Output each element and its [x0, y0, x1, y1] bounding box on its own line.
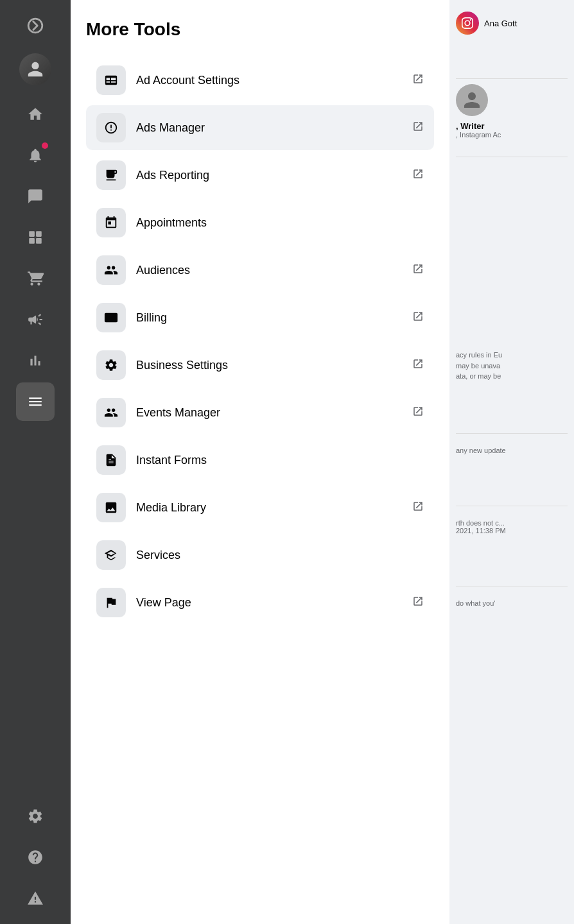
menu-item-label-view-page: View Page: [136, 596, 412, 610]
divider3: [456, 506, 568, 506]
sidebar-item-home[interactable]: [16, 95, 55, 133]
menu-item-view-page[interactable]: View Page: [86, 580, 434, 625]
sidebar-item-chat[interactable]: [16, 177, 55, 216]
audiences-icon: [96, 255, 126, 285]
external-link-icon-ad-account-settings: [412, 73, 424, 87]
menu-item-ads-reporting[interactable]: Ads Reporting: [86, 153, 434, 198]
menu-item-label-instant-forms: Instant Forms: [136, 454, 424, 467]
menu-item-billing[interactable]: Billing: [86, 295, 434, 340]
sidebar-item-settings[interactable]: [16, 797, 55, 835]
user-name: Ana Gott: [484, 19, 517, 28]
bg-writer-title: , Writer: [456, 121, 568, 131]
svg-rect-3: [29, 238, 35, 244]
external-link-icon-media-library: [412, 501, 424, 515]
sidebar-item-activity[interactable]: [16, 136, 55, 175]
sidebar-item-avatar[interactable]: [16, 50, 55, 89]
main-panel: More Tools Ad Account SettingsAds Manage…: [71, 0, 449, 924]
avatar: [19, 53, 51, 85]
menu-item-label-ads-reporting: Ads Reporting: [136, 169, 412, 182]
bg-insta-label: , Instagram Ac: [456, 131, 568, 139]
svg-rect-2: [36, 231, 42, 237]
panel-title: More Tools: [86, 19, 434, 40]
external-link-icon-ads-reporting: [412, 168, 424, 182]
external-link-icon-events-manager: [412, 406, 424, 420]
menu-item-ad-account-settings[interactable]: Ad Account Settings: [86, 58, 434, 103]
menu-item-label-ads-manager: Ads Manager: [136, 121, 412, 135]
external-link-icon-billing: [412, 311, 424, 325]
instagram-icon: [456, 12, 479, 35]
bg-footer2: do what you': [456, 599, 568, 607]
menu-item-instant-forms[interactable]: Instant Forms: [86, 438, 434, 483]
sidebar-item-collapse[interactable]: [16, 6, 55, 45]
sidebar-item-pages[interactable]: [16, 218, 55, 257]
ads-manager-icon: [96, 113, 126, 142]
menu-item-label-media-library: Media Library: [136, 501, 412, 515]
menu-item-label-events-manager: Events Manager: [136, 406, 412, 420]
divider2: [456, 433, 568, 434]
right-panel-content: Ana Gott , Writer , Instagram Ac acy rul…: [449, 0, 574, 924]
events-manager-icon: [96, 398, 126, 427]
menu-list: Ad Account SettingsAds ManagerAds Report…: [86, 58, 434, 625]
sidebar-item-menu[interactable]: [16, 382, 55, 421]
svg-point-0: [28, 19, 42, 33]
menu-item-services[interactable]: Services: [86, 533, 434, 578]
sidebar-item-help[interactable]: [16, 838, 55, 877]
external-link-icon-audiences: [412, 263, 424, 277]
divider4: [456, 586, 568, 586]
ads-reporting-icon: [96, 160, 126, 190]
view-page-icon: [96, 588, 126, 617]
external-link-icon-view-page: [412, 595, 424, 610]
menu-item-business-settings[interactable]: Business Settings: [86, 343, 434, 388]
menu-item-label-services: Services: [136, 549, 424, 562]
external-link-icon-business-settings: [412, 358, 424, 372]
menu-item-audiences[interactable]: Audiences: [86, 248, 434, 293]
appointments-icon: [96, 208, 126, 237]
sidebar: [0, 0, 71, 924]
menu-item-appointments[interactable]: Appointments: [86, 200, 434, 245]
divider1: [456, 157, 568, 157]
services-icon: [96, 540, 126, 570]
menu-item-media-library[interactable]: Media Library: [86, 485, 434, 530]
business-settings-icon: [96, 350, 126, 380]
instant-forms-icon: [96, 445, 126, 475]
bg-writer-section: , Writer , Instagram Ac: [456, 78, 568, 144]
sidebar-item-ads[interactable]: [16, 300, 55, 339]
bg-update-text: any new update: [456, 447, 568, 454]
bg-top-bar: Ana Gott: [456, 6, 568, 40]
menu-item-events-manager[interactable]: Events Manager: [86, 390, 434, 435]
ad-settings-icon: [96, 65, 126, 95]
media-library-icon: [96, 493, 126, 522]
svg-rect-1: [29, 231, 35, 237]
menu-item-label-business-settings: Business Settings: [136, 359, 412, 372]
external-link-icon-ads-manager: [412, 121, 424, 135]
menu-item-label-appointments: Appointments: [136, 216, 424, 230]
menu-item-ads-manager[interactable]: Ads Manager: [86, 105, 434, 150]
menu-item-label-audiences: Audiences: [136, 264, 412, 277]
billing-icon: [96, 303, 126, 332]
sidebar-item-stats[interactable]: [16, 341, 55, 380]
bg-avatar: [456, 84, 488, 116]
sidebar-item-alert[interactable]: [16, 879, 55, 918]
svg-rect-4: [36, 238, 42, 244]
menu-item-label-billing: Billing: [136, 311, 412, 325]
bg-footer1: rth does not c...2021, 11:38 PM: [456, 519, 568, 535]
bg-privacy-text: acy rules in Eumay be unavaata, or may b…: [456, 350, 568, 382]
sidebar-item-shop[interactable]: [16, 259, 55, 298]
menu-item-label-ad-account-settings: Ad Account Settings: [136, 74, 412, 87]
